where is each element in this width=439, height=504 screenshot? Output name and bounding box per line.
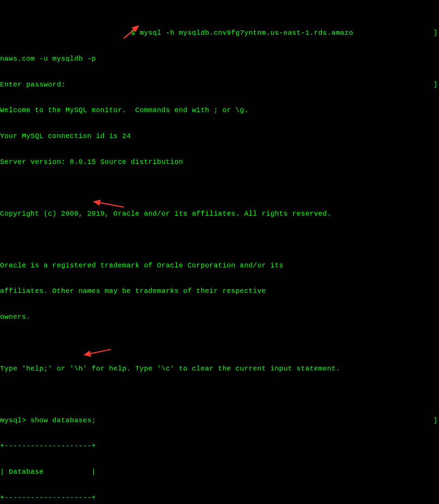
blank-line (0, 182, 439, 194)
blank-line (0, 233, 439, 246)
copyright-line: Copyright (c) 2000, 2019, Oracle and/or … (0, 207, 439, 220)
svg-line-1 (94, 202, 124, 207)
show-databases-cmd: mysql> show databases;] (0, 414, 439, 427)
password-prompt: Enter password:] (0, 78, 439, 91)
text: Enter password: (0, 81, 65, 89)
cmd-line-1: $ mysql -h mysqldb.cnv9fg7yntnm.us-east-… (0, 27, 439, 40)
welcome-line: Welcome to the MySQL monitor. Commands e… (0, 104, 439, 117)
server-version-line: Server version: 8.0.15 Source distributi… (0, 156, 439, 169)
terminal-window[interactable]: $ mysql -h mysqldb.cnv9fg7yntnm.us-east-… (0, 0, 439, 504)
connection-id-line: Your MySQL connection id is 24 (0, 130, 439, 143)
line-end-bracket: ] (433, 27, 438, 40)
table-border: +--------------------+ (0, 491, 439, 504)
line-end-bracket: ] (433, 414, 438, 427)
blank-line (0, 388, 439, 401)
trademark-line-2: affiliates. Other names may be trademark… (0, 285, 439, 298)
svg-line-2 (84, 349, 111, 355)
blank-line (0, 336, 439, 349)
cmd-line-2: naws.com -u mysqldb -p (0, 52, 439, 65)
line-end-bracket: ] (433, 78, 438, 91)
text: mysql> show databases; (0, 416, 96, 424)
trademark-line-3: owners. (0, 311, 439, 324)
table-border: +--------------------+ (0, 440, 439, 453)
text: $ mysql -h mysqldb.cnv9fg7yntnm.us-east-… (0, 29, 353, 37)
trademark-line-1: Oracle is a registered trademark of Orac… (0, 259, 439, 272)
help-line: Type 'help;' or '\h' for help. Type '\c'… (0, 362, 439, 375)
table-header: | Database | (0, 466, 439, 478)
